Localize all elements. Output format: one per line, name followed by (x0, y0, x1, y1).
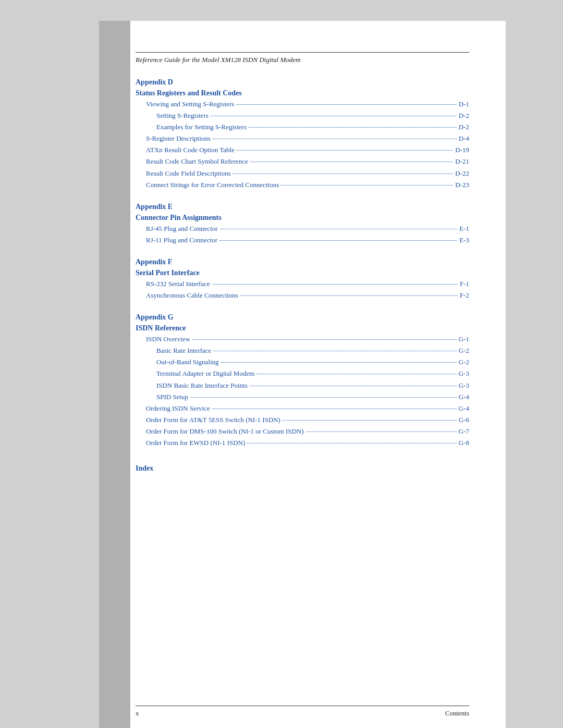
toc-page: D-2 (459, 121, 469, 133)
toc-page: G-1 (459, 334, 469, 345)
toc-entry[interactable]: Setting S-RegistersD-2 (136, 110, 469, 121)
toc-entry[interactable]: Ordering ISDN ServiceG-4 (136, 403, 469, 414)
toc-entry[interactable]: Asynchronous Cable ConnectionsF-2 (136, 290, 469, 301)
toc-label: Order Form for AT&T 5ESS Switch (NI-1 IS… (146, 414, 280, 426)
toc-entry[interactable]: Order Form for AT&T 5ESS Switch (NI-1 IS… (136, 414, 469, 426)
toc-page: D-23 (455, 179, 469, 191)
toc-entry[interactable]: Order Form for DMS-100 Switch (NI-1 or C… (136, 426, 469, 437)
toc-label: ISDN Basic Rate Interface Points (156, 380, 248, 391)
toc-page: G-3 (459, 380, 469, 391)
toc-dots (283, 420, 457, 421)
appendix-g: Appendix GISDN ReferenceISDN OverviewG-1… (136, 312, 469, 449)
footer-right: Contents (445, 709, 469, 718)
toc-label: ATXn Result Code Option Table (146, 144, 235, 156)
toc-dots (250, 386, 457, 386)
toc-page: D-21 (455, 156, 469, 167)
toc-dots (211, 116, 457, 116)
toc-label: Viewing and Setting S-Registers (146, 98, 234, 110)
toc-entry[interactable]: Viewing and Setting S-RegistersD-1 (136, 98, 469, 110)
page: Reference Guide for the Model XM128 ISDN… (99, 21, 506, 728)
toc-label: RJ-11 Plug and Connector (146, 235, 217, 246)
toc-dots (212, 284, 458, 285)
toc-entry[interactable]: RJ-11 Plug and ConnectorE-3 (136, 235, 469, 246)
appendix-g-heading: Appendix GISDN Reference (136, 312, 469, 334)
toc-entry[interactable]: S-Register DescriptionsD-4 (136, 133, 469, 144)
toc-label: RJ-45 Plug and Connector (146, 223, 218, 235)
toc-page: F-1 (460, 278, 469, 290)
toc-page: G-2 (459, 356, 469, 368)
toc-label: Examples for Setting S-Registers (156, 121, 247, 133)
toc-dots (236, 104, 456, 105)
toc-dots (220, 229, 458, 229)
toc-entry[interactable]: Result Code Field DescriptionsD-22 (136, 168, 469, 179)
toc-dots (219, 240, 457, 241)
toc-entry[interactable]: ATXn Result Code Option TableD-19 (136, 144, 469, 156)
toc-dots (213, 351, 456, 351)
toc-label: SPID Setup (156, 391, 188, 403)
toc-entry[interactable]: ISDN OverviewG-1 (136, 334, 469, 345)
toc-entry[interactable]: ISDN Basic Rate Interface PointsG-3 (136, 380, 469, 391)
toc-page: D-19 (455, 144, 469, 156)
toc-entry[interactable]: Order Form for EWSD (NI-1 ISDN)G-8 (136, 437, 469, 449)
header-rule (136, 52, 469, 53)
toc-entry[interactable]: RJ-45 Plug and ConnectorE-1 (136, 223, 469, 235)
toc-label: Basic Rate Interface (156, 345, 211, 356)
toc-label: RS-232 Serial Interface (146, 278, 210, 290)
toc-dots (213, 139, 457, 139)
toc-label: Connect Strings for Error Corrected Conn… (146, 179, 279, 191)
sidebar-bar (99, 21, 130, 728)
toc-page: G-3 (459, 368, 469, 379)
toc-entry[interactable]: Examples for Setting S-RegistersD-2 (136, 121, 469, 133)
toc-label: S-Register Descriptions (146, 133, 211, 144)
toc-label: Asynchronous Cable Connections (146, 290, 238, 301)
toc-label: Result Code Field Descriptions (146, 168, 231, 179)
toc-page: G-4 (459, 403, 469, 414)
appendix-d-heading: Appendix DStatus Registers and Result Co… (136, 77, 469, 98)
toc-page: D-1 (459, 98, 469, 110)
toc-page: F-2 (460, 290, 469, 301)
toc-dots (221, 362, 457, 363)
sections-container: Appendix DStatus Registers and Result Co… (136, 77, 469, 459)
toc-label: Terminal Adapter or Digital Modem (156, 368, 254, 379)
footer-left: x (136, 709, 139, 718)
toc-page: D-4 (459, 133, 469, 144)
toc-dots (192, 339, 457, 340)
toc-dots (281, 185, 453, 186)
toc-dots (306, 431, 457, 432)
toc-entry[interactable]: Result Code Chart Symbol ReferenceD-21 (136, 156, 469, 167)
content-area: Reference Guide for the Model XM128 ISDN… (136, 52, 469, 706)
toc-page: D-22 (455, 168, 469, 179)
toc-label: Out-of-Band Signaling (156, 356, 219, 368)
toc-dots (212, 409, 457, 409)
header-italic: Reference Guide for the Model XM128 ISDN… (136, 56, 469, 64)
toc-page: G-7 (459, 426, 469, 437)
toc-page: G-2 (459, 345, 469, 356)
toc-entry[interactable]: SPID SetupG-4 (136, 391, 469, 403)
toc-label: Ordering ISDN Service (146, 403, 210, 414)
appendix-f-heading: Appendix FSerial Port Interface (136, 256, 469, 278)
toc-page: E-3 (459, 235, 469, 246)
appendix-d: Appendix DStatus Registers and Result Co… (136, 77, 469, 191)
toc-label: ISDN Overview (146, 334, 190, 345)
toc-entry[interactable]: Connect Strings for Error Corrected Conn… (136, 179, 469, 191)
footer-area: x Contents (136, 706, 469, 718)
toc-label: Setting S-Registers (156, 110, 209, 121)
toc-page: D-2 (459, 110, 469, 121)
toc-label: Result Code Chart Symbol Reference (146, 156, 248, 167)
toc-label: Order Form for DMS-100 Switch (NI-1 or C… (146, 426, 304, 437)
toc-entry[interactable]: Basic Rate InterfaceG-2 (136, 345, 469, 356)
toc-dots (250, 162, 454, 162)
toc-entry[interactable]: Terminal Adapter or Digital ModemG-3 (136, 368, 469, 379)
toc-page: G-6 (459, 414, 469, 426)
appendix-e-heading: Appendix EConnector Pin Assignments (136, 201, 469, 223)
toc-dots (240, 295, 458, 296)
toc-entry[interactable]: RS-232 Serial InterfaceF-1 (136, 278, 469, 290)
toc-page: E-1 (459, 223, 469, 235)
toc-label: Order Form for EWSD (NI-1 ISDN) (146, 437, 245, 449)
toc-dots (233, 174, 453, 174)
toc-page: G-4 (459, 391, 469, 403)
toc-dots (256, 374, 457, 374)
appendix-f: Appendix FSerial Port InterfaceRS-232 Se… (136, 256, 469, 301)
appendix-e: Appendix EConnector Pin AssignmentsRJ-45… (136, 201, 469, 246)
toc-entry[interactable]: Out-of-Band SignalingG-2 (136, 356, 469, 368)
